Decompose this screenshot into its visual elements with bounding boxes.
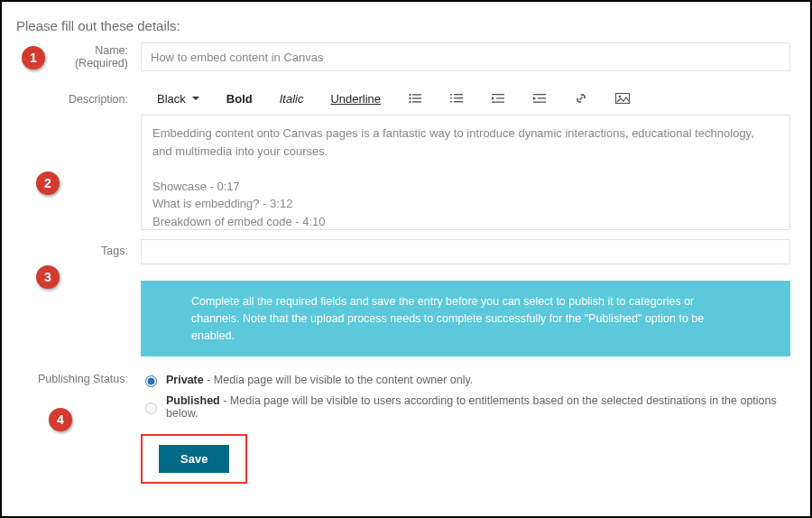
save-highlight-box: Save (141, 434, 247, 484)
image-icon[interactable] (615, 91, 630, 106)
color-picker[interactable]: Black (157, 92, 199, 106)
svg-rect-14 (496, 97, 504, 98)
private-option-text: Private - Media page will be visible to … (166, 374, 473, 386)
numbered-list-icon[interactable] (449, 91, 464, 106)
svg-rect-8 (450, 97, 452, 98)
row-tags: Tags: (13, 239, 790, 264)
page-heading: Please fill out these details: (16, 18, 790, 33)
published-radio[interactable] (145, 402, 157, 414)
published-option-text: Published - Media page will be visible t… (166, 394, 790, 420)
outdent-icon[interactable] (491, 91, 505, 106)
svg-rect-10 (450, 101, 452, 102)
svg-rect-15 (492, 102, 504, 103)
row-description: Description: Black Bold Italic Underline (13, 88, 790, 230)
link-icon[interactable] (574, 91, 588, 106)
publishing-label: Publishing Status: (38, 373, 128, 385)
svg-marker-13 (492, 97, 494, 100)
tags-label: Tags: (101, 245, 128, 257)
svg-rect-11 (454, 101, 463, 102)
callout-4: 4 (49, 408, 72, 431)
bold-button[interactable]: Bold (226, 92, 253, 106)
tags-input[interactable] (141, 239, 790, 264)
row-notice: Complete all the required fields and sav… (13, 281, 790, 356)
svg-rect-3 (412, 97, 421, 98)
svg-rect-16 (533, 94, 546, 95)
svg-rect-19 (533, 102, 546, 103)
row-name: Name: (Required) (13, 42, 790, 71)
editor-toolbar: Black Bold Italic Underline (141, 88, 790, 115)
name-label: Name: (95, 44, 128, 57)
private-radio[interactable] (145, 375, 157, 387)
description-editor[interactable]: Embedding content onto Canvas pages is a… (141, 115, 790, 230)
svg-point-4 (409, 101, 411, 103)
svg-point-0 (409, 94, 411, 96)
underline-button[interactable]: Underline (330, 92, 381, 106)
name-input[interactable] (141, 42, 790, 71)
description-label: Description: (69, 93, 128, 106)
svg-rect-5 (412, 101, 421, 102)
svg-point-21 (619, 96, 622, 98)
publish-notice: Complete all the required fields and sav… (141, 281, 790, 356)
save-button[interactable]: Save (159, 445, 229, 473)
callout-2: 2 (36, 171, 60, 195)
svg-rect-9 (454, 97, 463, 98)
svg-marker-17 (533, 97, 536, 100)
svg-rect-1 (412, 94, 421, 95)
italic-button[interactable]: Italic (280, 92, 304, 106)
bullet-list-icon[interactable] (408, 91, 422, 106)
svg-rect-12 (492, 94, 504, 95)
name-required: (Required) (13, 57, 128, 69)
svg-rect-7 (454, 94, 463, 95)
svg-rect-6 (450, 94, 452, 95)
indent-icon[interactable] (532, 91, 547, 106)
svg-point-2 (409, 97, 411, 99)
row-publishing: Publishing Status: Private - Media page … (13, 373, 790, 427)
svg-rect-18 (538, 97, 546, 98)
